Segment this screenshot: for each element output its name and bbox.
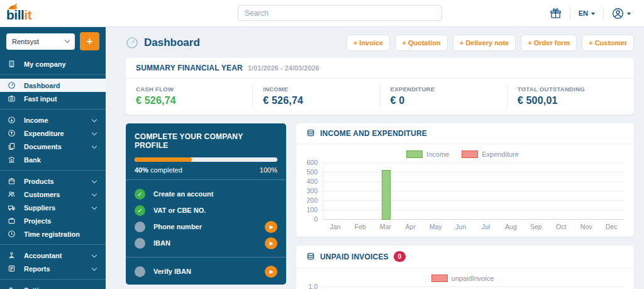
- chart-body: unpaidInvoice 1,00,90,80,70,60,50,40,30,…: [296, 268, 634, 289]
- chevron-down-icon: [92, 252, 97, 257]
- task-item-verify-iban: Verify IBAN▶: [135, 263, 277, 280]
- sidebar-item-label: Fast input: [24, 95, 98, 103]
- building-icon: [8, 60, 16, 68]
- logo-bill: bill: [6, 8, 24, 22]
- task-label: IBAN: [153, 239, 265, 247]
- sidebar-item-fast-input[interactable]: Fast input: [0, 92, 106, 105]
- logo-it: it: [24, 8, 31, 22]
- gift-button[interactable]: [541, 6, 570, 20]
- go-arrow-button[interactable]: ▶: [265, 237, 277, 249]
- sidebar-item-suppliers[interactable]: Suppliers: [0, 201, 106, 214]
- sidebar-item-label: Settings: [24, 286, 92, 289]
- sidebar-item-bank[interactable]: Bank: [0, 153, 106, 166]
- bar-cell-oct: [548, 163, 574, 220]
- x-tick-label: Feb: [348, 223, 373, 230]
- logo-text: billit: [6, 8, 31, 22]
- unpaid-count-badge: 0: [394, 251, 406, 262]
- sidebar-item-income[interactable]: Income: [0, 113, 106, 127]
- bar-cell-aug: [499, 163, 524, 220]
- header-right: EN: [541, 0, 639, 26]
- bar-cell-jun: [448, 163, 474, 220]
- bar-cell-mar: [374, 163, 399, 220]
- chevron-down-icon: [92, 130, 97, 135]
- chevron-down-icon: [92, 116, 97, 122]
- add-company-button[interactable]: +: [80, 32, 99, 50]
- clock-icon: [8, 230, 16, 238]
- language-label: EN: [579, 9, 588, 17]
- y-tick-label: 1,0: [308, 283, 318, 289]
- legend-item-income[interactable]: Income: [406, 150, 449, 158]
- x-tick-label: Jun: [448, 223, 474, 230]
- sidebar-item-label: Documents: [24, 143, 92, 150]
- chevron-down-icon: [627, 13, 631, 15]
- add-order-form-button[interactable]: + Order form: [521, 35, 577, 51]
- check-icon: ✓: [135, 205, 145, 216]
- progress-bar: [135, 157, 277, 162]
- x-tick-label: Jul: [474, 223, 499, 230]
- add-customer-button[interactable]: + Customer: [582, 35, 634, 51]
- go-arrow-button[interactable]: ▶: [265, 221, 277, 233]
- left-column: COMPLETE YOUR COMPANY PROFILE 40% comple…: [126, 123, 286, 289]
- sidebar-item-projects[interactable]: Projects: [0, 214, 106, 227]
- sidebar-item-settings[interactable]: Settings: [0, 283, 106, 289]
- documents-icon: [8, 142, 16, 150]
- legend-item-expenditure[interactable]: Expenditure: [462, 150, 519, 158]
- sidebar-item-accountant[interactable]: Accountant: [0, 249, 106, 262]
- bar-cell-jan: [323, 163, 348, 220]
- bar-mar-income[interactable]: [382, 170, 391, 220]
- go-arrow-button[interactable]: ▶: [265, 266, 277, 278]
- legend-item-unpaidinvoice[interactable]: unpaidInvoice: [431, 275, 494, 282]
- right-column: INCOME AND EXPENDITURE IncomeExpenditure…: [296, 123, 634, 289]
- legend-label: unpaidInvoice: [452, 275, 494, 282]
- coins-icon: [306, 129, 315, 138]
- user-menu[interactable]: [603, 6, 639, 20]
- sidebar-item-customers[interactable]: Customers: [0, 188, 106, 201]
- sidebar-item-my-company[interactable]: My company: [0, 57, 106, 71]
- progress-labels: 40% completed 100%: [135, 166, 277, 174]
- chevron-down-icon: [65, 38, 70, 43]
- income-expenditure-card: INCOME AND EXPENDITURE IncomeExpenditure…: [296, 123, 634, 237]
- task-item-create-an-account: ✓Create an account: [135, 186, 277, 202]
- page-title-wrap: Dashboard: [126, 37, 347, 49]
- sidebar-item-label: Income: [24, 116, 92, 124]
- expenditure-arrow-icon: [8, 129, 16, 137]
- sidebar-item-reports[interactable]: Reports: [0, 262, 106, 275]
- chart-legend: IncomeExpenditure: [301, 150, 624, 158]
- add-quotation-button[interactable]: + Quotation: [395, 35, 447, 51]
- chart-plot: [323, 163, 624, 220]
- summary-period: 1/01/2026 - 24/03/2026: [248, 64, 319, 72]
- y-tick-label: 500: [306, 168, 318, 176]
- billit-logo[interactable]: billit: [6, 2, 31, 21]
- sidebar-item-time-registration[interactable]: Time registration: [0, 227, 106, 241]
- sidebar-item-expenditure[interactable]: Expenditure: [0, 127, 106, 140]
- add-delivery-note-button[interactable]: + Delivery note: [453, 35, 516, 51]
- search-input[interactable]: [238, 5, 442, 21]
- sidebar-item-products[interactable]: Products: [0, 174, 106, 188]
- sidebar-item-documents[interactable]: Documents: [0, 140, 106, 153]
- divider: [0, 244, 106, 245]
- company-selector-value: Rentsyst: [12, 38, 39, 45]
- top-header: billit EN: [0, 0, 644, 27]
- metric-cash-flow: CASH FLOW€ 526,74: [126, 84, 252, 108]
- coins-icon: [306, 252, 315, 261]
- sidebar-item-label: Bank: [24, 156, 98, 164]
- x-tick-label: Oct: [548, 223, 574, 230]
- pending-dot-icon: [135, 266, 145, 277]
- add-invoice-button[interactable]: + Invoice: [347, 35, 390, 51]
- divider: [0, 279, 106, 280]
- language-selector[interactable]: EN: [570, 6, 603, 20]
- sidebar-item-dashboard[interactable]: Dashboard: [0, 79, 106, 92]
- divider: [0, 170, 106, 171]
- chart-area: 0100200300400500600: [301, 163, 624, 220]
- x-tick-label: May: [423, 223, 448, 230]
- summary-title: SUMMARY FINANCIAL YEAR: [136, 64, 243, 72]
- chart-yaxis: 0100200300400500600: [301, 163, 323, 220]
- company-selector[interactable]: Rentsyst: [6, 33, 75, 50]
- legend-swatch: [406, 150, 423, 158]
- chart-title: UNPAID INVOICES: [320, 252, 389, 261]
- divider: [126, 179, 286, 180]
- y-tick-label: 0: [314, 215, 318, 223]
- metric-label: TOTAL OUTSTANDING: [518, 86, 624, 93]
- page-title: Dashboard: [144, 37, 200, 49]
- task-label: VAT or CBE NO.: [153, 207, 277, 214]
